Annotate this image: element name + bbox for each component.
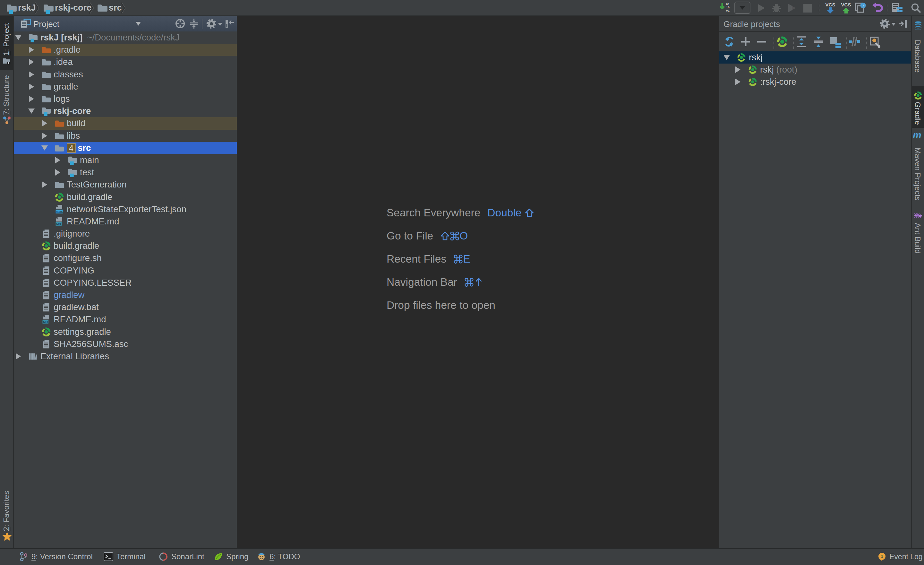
svg-text:10: 10 <box>726 6 730 9</box>
svg-text:VCS: VCS <box>841 2 851 8</box>
svg-text:01: 01 <box>726 9 730 12</box>
svg-text:01: 01 <box>726 3 730 6</box>
svg-text:VCS: VCS <box>825 2 836 8</box>
svg-text:1: 1 <box>880 553 883 559</box>
